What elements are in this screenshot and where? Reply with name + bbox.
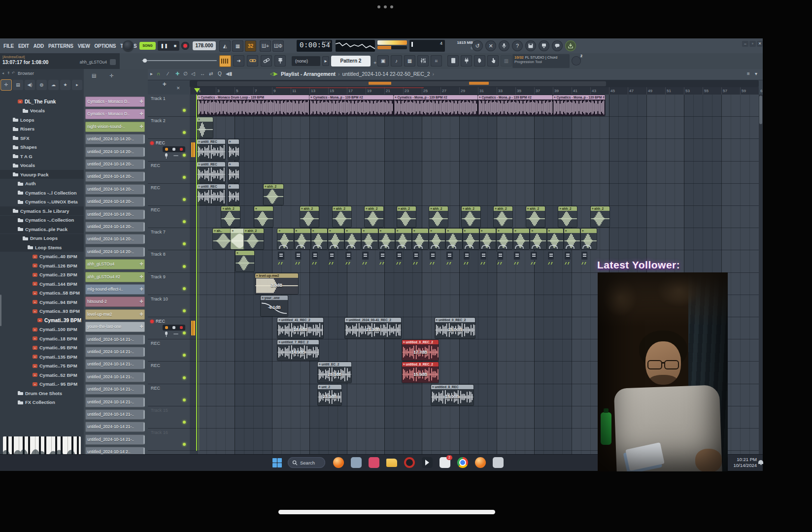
track-header[interactable]: Track 7 [148,228,190,250]
bpm-display[interactable]: 178.000 [193,41,216,50]
select-tool-icon[interactable]: ⇄ [209,71,213,76]
menu-item-add[interactable]: ADD [34,43,44,49]
audio-clip[interactable]: » ahh_2 [365,206,383,227]
picker-item[interactable]: ahh_gLSTOu4 #2✛ [85,272,145,282]
track-header[interactable]: REC [148,339,190,362]
taskbar-icon-notify-app[interactable]: 2 [440,457,450,468]
menu-item-options[interactable]: OPTIONS [95,43,116,49]
audio-clip[interactable]: » ahh_2 [526,206,545,227]
browser-item[interactable]: SFX [0,133,97,142]
audio-clip[interactable]: » ahh_2 [244,229,264,249]
pattern-clip[interactable] [564,251,571,260]
pattern-selector[interactable]: Pattern 2 + [331,56,371,66]
pattern-clip[interactable] [480,251,487,260]
paint-tool-icon[interactable]: ✚ [175,71,179,76]
mixer-icon[interactable] [417,55,429,66]
picker-item[interactable]: untitled_2024-10-14 20-.. [85,134,145,144]
pattern-clip[interactable] [497,251,504,260]
picker-item[interactable]: untitled_2024-10-14 21-.. [85,334,145,345]
link2-icon[interactable] [261,55,272,66]
picker-item[interactable]: untitled_2024-10-14 21-.. [85,372,145,382]
download-icon[interactable] [565,40,576,51]
picker-item[interactable]: mlg-sound-effect-i..✛ [85,284,145,295]
record-button[interactable] [181,42,189,50]
audio-clip[interactable]: » ahh_2 [558,206,577,227]
picker-item[interactable]: untitled_2024-10-14 21-.. [85,434,145,445]
browser-tab-plugins-icon[interactable]: ◍ [36,80,47,90]
export-icon[interactable] [539,40,549,51]
track-header[interactable]: Track 15 [148,406,190,429]
browser-back-icon[interactable]: ◂ [2,71,4,75]
audio-clip[interactable]: » [228,184,239,205]
audio-clip[interactable]: » [228,139,239,160]
audio-clip[interactable]: » unt_223.1dB [318,385,341,405]
keyboard-octave-counter[interactable]: 32 [245,40,256,52]
picker-item-handle-icon[interactable]: ✛ [139,284,143,295]
pitch-slider[interactable] [142,60,217,61]
playlist-options-icon[interactable]: ≡ [747,71,750,76]
pattern-clip[interactable] [362,251,369,260]
picker-item[interactable]: ahh_gLSTOu4✛ [85,259,145,269]
browser-tab-files-icon[interactable]: ▤ [13,80,23,90]
picker-item[interactable]: untitled_2024-10-14 20-.. [85,184,145,195]
track-header[interactable]: Track 16 [148,429,190,451]
audio-clip[interactable]: » ahh_2 [264,184,283,205]
browser-tab-all-icon[interactable]: ✛ [1,80,11,90]
typing-keyboard-icon[interactable]: ▦ [232,40,243,52]
picker-view-icon[interactable]: ▤ [92,73,96,78]
picker-item-handle-icon[interactable]: ✛ [139,272,143,282]
track-header[interactable]: REC [148,317,190,339]
mute-tool-icon[interactable]: ◁ [191,71,195,76]
pause-icon[interactable]: ❚❚ [161,43,168,48]
audio-clip[interactable]: » [236,251,254,271]
browser-tab-more-icon[interactable]: ▸ [72,80,82,90]
audio-clip[interactable]: » your_.one-6.1dB [261,296,288,316]
start-button[interactable] [272,458,282,468]
taskbar-icon-pink-app[interactable] [369,457,379,468]
audio-clip[interactable]: » ahh_2 [300,206,319,227]
project-notes-icon[interactable] [447,55,459,66]
save-icon[interactable] [525,40,536,51]
audio-clip[interactable]: » untitl_REC [197,162,225,183]
picker-item[interactable]: Cymatics - Monaco D..✛ [85,109,145,119]
audio-clip[interactable]: » untitled_8_REC15.0dB [431,385,474,405]
step-edit-icon[interactable]: ➜ [233,55,244,66]
cut-icon[interactable]: ✕ [485,40,496,51]
track-led[interactable] [183,265,186,268]
playlist-play-icon[interactable]: ◁▶ [270,71,277,76]
track-led[interactable] [183,332,186,334]
pattern-clip[interactable] [463,251,470,260]
track-led[interactable] [183,421,186,424]
browser-item[interactable]: Yuuurp Pack [0,170,97,179]
picker-item-handle-icon[interactable]: ✛ [139,309,143,320]
close-icon[interactable]: ✕ [757,41,763,47]
taskbar-icon-chrome[interactable] [457,457,468,468]
track-header[interactable]: REC [148,206,190,228]
audio-clip[interactable]: » untitled_8_REC_215.5dB [402,362,439,383]
picker-item[interactable]: untitled_2024-10-14 20-.. [85,197,145,207]
playlist-panel-icon[interactable]: ▣ [377,55,389,66]
piano-roll-icon[interactable]: ♪ [391,55,402,66]
pattern-clip[interactable] [345,251,352,260]
delete-tool-icon[interactable]: ∅ [183,71,188,76]
pattern-clip[interactable] [379,251,386,260]
track-mini-controls[interactable] [163,146,185,152]
chat-icon[interactable] [552,40,563,51]
track-mic-icon[interactable] [165,332,168,337]
browser-scrollbar[interactable] [0,295,1,326]
menu-item-patterns[interactable]: PATTERNS [48,43,73,49]
track-header[interactable]: Track 8 [148,250,190,272]
browser-tab-sounds-icon[interactable]: ◀) [25,80,35,90]
track-mini-controls[interactable] [163,325,185,331]
picker-item[interactable]: untitled_2024-10-14 20-.. [85,159,145,169]
playlist-track-row[interactable]: » untitl_REC» [190,162,759,184]
track-led[interactable] [183,131,186,134]
picker-item[interactable]: youre-the-last-one✛ [85,322,145,332]
picker-item-handle-icon[interactable]: ✛ [139,97,143,107]
routing-icon[interactable]: ⌗ [431,55,442,66]
undo-icon[interactable]: ↺ [472,40,483,51]
picker-item[interactable]: untitled_2024-10-14 21-.. [85,384,145,395]
picker-item[interactable]: untitled_2024-10-14 20-.. [85,147,145,157]
audio-clip[interactable]: » untitl_EC_223.1dB [318,362,351,383]
track-led[interactable] [183,354,186,357]
